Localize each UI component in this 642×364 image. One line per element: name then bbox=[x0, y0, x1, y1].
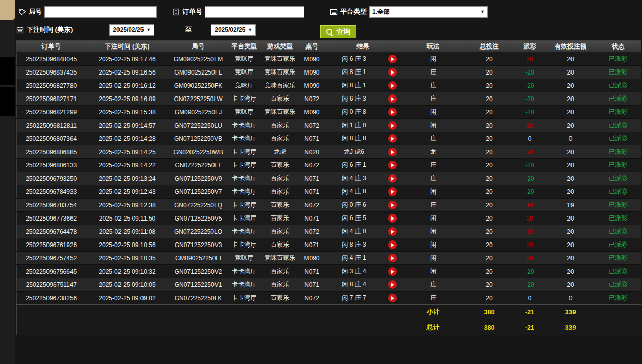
query-button-label: 查询 bbox=[336, 27, 350, 36]
date-to-picker[interactable]: 2025/02/25 ▼ bbox=[211, 24, 256, 36]
replay-button[interactable] bbox=[388, 214, 397, 223]
table-row[interactable]: 250225096784933 2025-02-25 09:12:43 GN07… bbox=[17, 185, 641, 199]
cell-replay bbox=[384, 132, 401, 145]
cell-table-no: N071 bbox=[299, 185, 325, 199]
replay-button[interactable] bbox=[388, 68, 397, 77]
cell-game-type: 百家乐 bbox=[261, 278, 299, 292]
cell-valid-bet: 20 bbox=[546, 172, 596, 185]
order-filter-group: 订单号 bbox=[172, 6, 304, 18]
table-row[interactable]: 250225096773662 2025-02-25 09:11:50 GN07… bbox=[17, 212, 641, 225]
replay-button[interactable] bbox=[388, 81, 397, 90]
replay-button[interactable] bbox=[388, 267, 397, 276]
cell-bet-time: 2025-02-25 09:14:57 bbox=[86, 119, 169, 132]
replay-button[interactable] bbox=[388, 187, 397, 196]
cell-platform: 竞咪厅 bbox=[228, 106, 261, 119]
table-row[interactable]: 250225096806885 2025-02-25 09:14:25 GN02… bbox=[17, 145, 641, 159]
table-row[interactable]: 250225096793250 2025-02-25 09:13:24 GN07… bbox=[17, 172, 641, 185]
table-row[interactable]: 250225096848045 2025-02-25 09:17:46 GM09… bbox=[17, 53, 641, 66]
cell-platform: 卡卡湾厅 bbox=[228, 292, 261, 305]
table-row[interactable]: 250225096757452 2025-02-25 09:10:35 GM09… bbox=[17, 252, 641, 265]
replay-button[interactable] bbox=[388, 201, 397, 209]
order-input[interactable] bbox=[205, 6, 304, 18]
replay-button[interactable] bbox=[388, 108, 397, 116]
table-row[interactable]: 250225096827780 2025-02-25 09:16:12 GM09… bbox=[17, 79, 641, 92]
replay-button[interactable] bbox=[388, 134, 397, 143]
replay-button[interactable] bbox=[388, 161, 397, 169]
table-row[interactable]: 250225096827171 2025-02-25 09:16:09 GN07… bbox=[17, 92, 641, 106]
cell-table-no: N071 bbox=[299, 238, 325, 252]
cell-round-id: GN072252250LU bbox=[169, 119, 228, 132]
cell-bet-time: 2025-02-25 09:16:09 bbox=[86, 92, 169, 106]
cell-replay bbox=[384, 53, 401, 66]
subtotal-total-bet: 380 bbox=[465, 305, 514, 320]
total-payout: -21 bbox=[514, 320, 546, 335]
replay-button[interactable] bbox=[388, 121, 397, 130]
cell-order-id: 250225096756645 bbox=[17, 265, 86, 278]
cell-order-id: 250225096827171 bbox=[17, 92, 86, 106]
query-button[interactable]: 查询 bbox=[320, 25, 356, 38]
table-row[interactable]: 250225096821299 2025-02-25 09:15:38 GM09… bbox=[17, 106, 641, 119]
col-header-status: 状态 bbox=[596, 41, 641, 53]
cell-valid-bet: 20 bbox=[546, 159, 596, 172]
cell-result: 闲 8 庄 3 bbox=[325, 238, 384, 252]
replay-button[interactable] bbox=[388, 227, 397, 236]
cell-order-id: 250225096764478 bbox=[17, 225, 86, 238]
table-row[interactable]: 250225096761926 2025-02-25 09:10:56 GN07… bbox=[17, 238, 641, 252]
bets-table: 订单号 下注时间 (美东) 局号 平台类型 游戏类型 桌号 结果 玩法 总投注 … bbox=[16, 40, 641, 335]
cell-payout: -20 bbox=[514, 79, 546, 92]
cell-play-method: 龙 bbox=[401, 145, 465, 159]
platform-select[interactable]: 1.全部 ▼ bbox=[369, 6, 488, 18]
col-header-round-id: 局号 bbox=[169, 41, 228, 53]
cell-total-bet: 20 bbox=[465, 212, 514, 225]
cell-round-id: GN071252250VB bbox=[169, 132, 228, 145]
platform-filter-label: 平台类型 bbox=[340, 7, 367, 16]
cell-total-bet: 20 bbox=[465, 172, 514, 185]
replay-button[interactable] bbox=[388, 240, 397, 249]
chevron-down-icon: ▼ bbox=[146, 27, 151, 32]
cell-platform: 竞咪厅 bbox=[228, 53, 261, 66]
replay-button[interactable] bbox=[388, 94, 397, 103]
cell-bet-time: 2025-02-25 09:10:32 bbox=[86, 265, 169, 278]
cell-order-id: 250225096821299 bbox=[17, 106, 86, 119]
play-icon bbox=[391, 216, 394, 221]
table-row[interactable]: 250225096806133 2025-02-25 09:14:22 GN07… bbox=[17, 159, 641, 172]
replay-button[interactable] bbox=[388, 280, 397, 289]
cell-platform: 卡卡湾厅 bbox=[228, 238, 261, 252]
cell-order-id: 250225096806133 bbox=[17, 159, 86, 172]
replay-button[interactable] bbox=[388, 148, 397, 156]
cell-valid-bet: 20 bbox=[546, 252, 596, 265]
total-valid-bet: 339 bbox=[546, 320, 596, 335]
table-row[interactable]: 250225096738256 2025-02-25 09:09:02 GN07… bbox=[17, 292, 641, 305]
table-row[interactable]: 250225096783754 2025-02-25 09:12:38 GN07… bbox=[17, 199, 641, 212]
cell-table-no: N071 bbox=[299, 132, 325, 145]
calendar-icon bbox=[16, 26, 24, 34]
play-icon bbox=[391, 270, 394, 274]
cell-game-type: 百家乐 bbox=[261, 172, 299, 185]
tag-icon bbox=[18, 8, 26, 16]
date-from-picker[interactable]: 2025/02/25 ▼ bbox=[109, 24, 154, 36]
subtotal-valid-bet: 339 bbox=[546, 305, 596, 320]
sidebar-collapsed-tab[interactable] bbox=[0, 0, 15, 20]
cell-table-no: N072 bbox=[299, 225, 325, 238]
play-icon bbox=[391, 203, 394, 207]
cell-play-method: 庄 bbox=[401, 92, 465, 106]
cell-total-bet: 20 bbox=[465, 92, 514, 106]
subtotal-label: 小计 bbox=[401, 305, 465, 320]
replay-button[interactable] bbox=[388, 294, 397, 302]
cell-round-id: GM090252250FM bbox=[169, 53, 228, 66]
cell-round-id: GN020252250WB bbox=[169, 145, 228, 159]
table-row[interactable]: 250225096807364 2025-02-25 09:14:28 GN07… bbox=[17, 132, 641, 145]
table-row[interactable]: 250225096764478 2025-02-25 09:11:08 GN07… bbox=[17, 225, 641, 238]
replay-button[interactable] bbox=[388, 174, 397, 183]
cell-payout: 19 bbox=[514, 199, 546, 212]
table-row[interactable]: 250225096837435 2025-02-25 09:16:56 GM09… bbox=[17, 66, 641, 79]
table-row[interactable]: 250225096812811 2025-02-25 09:14:57 GN07… bbox=[17, 119, 641, 132]
cell-total-bet: 20 bbox=[465, 159, 514, 172]
table-row[interactable]: 250225096751147 2025-02-25 09:10:05 GN07… bbox=[17, 278, 641, 292]
cell-payout: -20 bbox=[514, 265, 546, 278]
cell-order-id: 250225096807364 bbox=[17, 132, 86, 145]
replay-button[interactable] bbox=[388, 254, 397, 262]
round-input[interactable] bbox=[44, 6, 157, 18]
table-row[interactable]: 250225096756645 2025-02-25 09:10:32 GN07… bbox=[17, 265, 641, 278]
replay-button[interactable] bbox=[388, 55, 397, 63]
